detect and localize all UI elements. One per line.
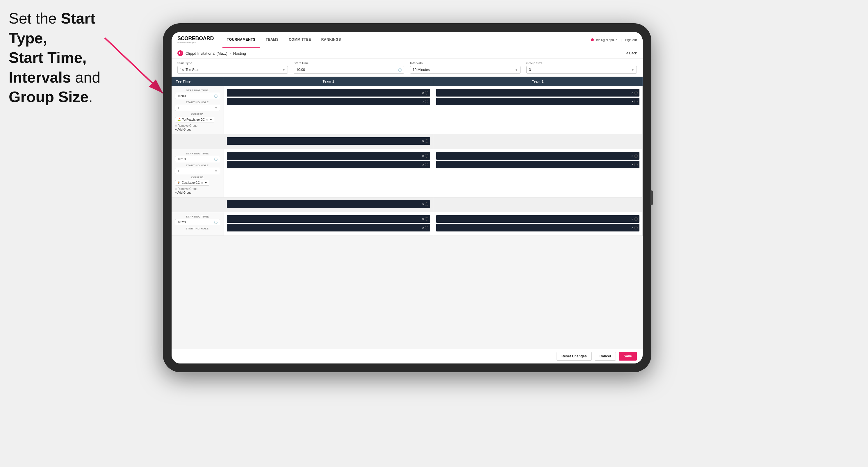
breadcrumb-section: Hosting [233,51,246,56]
tab-rankings[interactable]: RANKINGS [317,32,345,48]
start-time-select[interactable]: 10:00 🕐 [294,66,404,73]
starting-hole-input-2[interactable]: 1 ▼ [175,168,220,174]
starting-time-label-1: STARTING TIME: [175,89,220,92]
start-type-caret: ▼ [282,68,285,71]
remove-player-icon[interactable]: ✕ [422,100,424,103]
remove-group-btn-1[interactable]: ○ Remove Group [175,124,220,127]
intervals-field: Intervals 10 Minutes ▼ [410,62,521,73]
course-emoji-2: 🏌 [177,181,181,184]
add-group-btn-1[interactable]: + Add Group [175,128,220,131]
divider: | [621,38,622,41]
cancel-button[interactable]: Cancel [595,352,616,361]
player-row-3-3: ✕ [227,200,430,208]
team2-single-2 [433,197,643,212]
player-row-5-2: ✕ [227,224,430,231]
course-emoji-1: ⛳ [177,118,181,121]
scoreboard-logo: SCOREBOARD Powered by clippd [177,36,214,44]
group-size-select[interactable]: 3 ▼ [526,66,637,73]
group-row-1: STARTING TIME: 10:00 🕐 STARTING HOLE: 1 … [172,86,643,134]
course-tag-1: ⛳ (A) Peachtree GC ✕ ▼ [175,117,214,122]
col-team2: Team 2 [433,77,643,86]
starting-hole-input-1[interactable]: 1 ▼ [175,105,220,111]
player-row-4-1: ✕ [436,152,640,160]
start-time-value: 10:00 [296,68,305,72]
remove-player-icon[interactable]: ✕ [422,203,424,206]
starting-time-label-3: STARTING TIME: [175,215,220,218]
clippd-logo-icon: C [177,50,183,56]
col-team1: Team 1 [224,77,433,86]
instruction-block: Set the Start Type, Start Time, Interval… [9,9,102,107]
tab-committee[interactable]: COMMITTEE [284,32,315,48]
reset-changes-button[interactable]: Reset Changes [557,352,592,361]
course-name-1: (A) Peachtree GC [182,118,205,121]
intervals-select[interactable]: 10 Minutes ▼ [410,66,521,73]
team2-cell-3: ✕ ✕ [433,212,643,236]
bold-start-time: Start Time, [9,49,87,66]
start-type-label: Start Type [177,62,288,65]
group-row-3: STARTING TIME: 10:20 🕐 STARTING HOLE: ✕ … [172,212,643,236]
footer-bar: Reset Changes Cancel Save [172,349,643,364]
starting-time-label-2: STARTING TIME: [175,152,220,155]
group-size-caret: ▼ [631,68,634,71]
remove-course-1[interactable]: ✕ [206,118,208,121]
breadcrumb-tournament[interactable]: Clippd Invitational (Ma...) [186,51,227,56]
team2-single-1 [433,134,643,149]
player-dots [634,91,638,94]
tab-teams[interactable]: TEAMS [261,32,283,48]
player-dots [425,163,428,166]
team1-cell-1: ✕ ✕ [224,86,433,134]
starting-time-input-1[interactable]: 10:00 🕐 [175,93,220,99]
start-type-select[interactable]: 1st Tee Start ▼ [177,66,288,73]
table-header: Tee Time Team 1 Team 2 [172,77,643,86]
remove-player-icon[interactable]: ✕ [422,226,424,229]
group-row-2b: ✕ [172,197,643,212]
sign-out-link[interactable]: Sign out [625,38,637,41]
player-row-5-1: ✕ [227,215,430,223]
remove-player-icon[interactable]: ✕ [631,218,633,221]
remove-player-icon[interactable]: ✕ [422,163,424,166]
tab-tournaments[interactable]: TOURNAMENTS [222,32,260,48]
group-3-left: STARTING TIME: 10:20 🕐 STARTING HOLE: [172,212,224,236]
remove-player-icon[interactable]: ✕ [631,226,633,229]
col-tee-time: Tee Time [172,77,224,86]
remove-player-icon[interactable]: ✕ [422,91,424,94]
player-row-2-2: ✕ [436,98,640,105]
breadcrumb: C Clippd Invitational (Ma...) › Hosting … [172,48,643,59]
start-time-label: Start Time [294,62,404,65]
tablet-button [650,190,653,205]
player-row-2-1: ✕ [436,89,640,97]
remove-player-icon[interactable]: ✕ [422,218,424,221]
group-row-1b: ✕ [172,134,643,149]
player-row-6-1: ✕ [436,215,640,223]
starting-time-value-3: 10:20 [178,220,186,224]
hole-caret-2: ▼ [215,169,218,173]
player-row-6-2: ✕ [436,224,640,231]
tablet-screen: SCOREBOARD Powered by clippd TOURNAMENTS… [172,32,643,364]
remove-course-2[interactable]: ✕ [201,182,203,184]
group-size-field: Group Size 3 ▼ [526,62,637,73]
group-1-left: STARTING TIME: 10:00 🕐 STARTING HOLE: 1 … [172,86,224,134]
main-content: Tee Time Team 1 Team 2 STARTING TIME: 10… [172,77,643,349]
starting-hole-value-1: 1 [178,106,179,110]
remove-player-icon[interactable]: ✕ [631,163,633,166]
start-time-caret: 🕐 [398,68,402,71]
tablet-frame: SCOREBOARD Powered by clippd TOURNAMENTS… [163,23,651,372]
remove-player-icon[interactable]: ✕ [631,154,633,158]
remove-player-icon[interactable]: ✕ [631,91,633,94]
starting-hole-label-3: STARTING HOLE: [175,227,220,230]
player-dots [425,100,428,103]
course-tag-2: 🏌 East Lake GC ✕ ▼ [175,180,209,186]
remove-player-icon[interactable]: ✕ [422,139,424,143]
start-type-value: 1st Tee Start [180,68,199,72]
user-dot [591,38,594,41]
save-button[interactable]: Save [619,352,637,361]
user-info: blair@clippd.io | Sign out [591,38,637,41]
bold-group-size: Group Size [9,88,88,105]
starting-time-input-3[interactable]: 10:20 🕐 [175,219,220,225]
remove-player-icon[interactable]: ✕ [422,154,424,158]
back-button[interactable]: Back [626,51,637,55]
add-group-btn-2[interactable]: + Add Group [175,191,220,194]
starting-time-input-2[interactable]: 10:10 🕐 [175,156,220,162]
remove-player-icon[interactable]: ✕ [631,100,633,103]
remove-group-btn-2[interactable]: ○ Remove Group [175,187,220,190]
